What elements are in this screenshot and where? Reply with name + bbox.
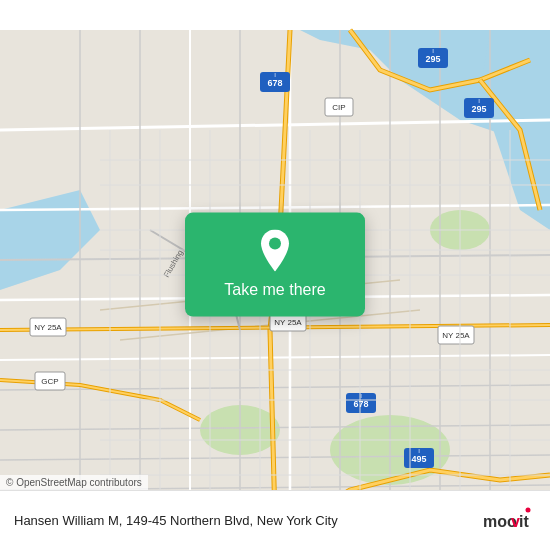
location-pin-icon <box>255 231 295 271</box>
svg-point-78 <box>526 508 531 513</box>
svg-text:NY 25A: NY 25A <box>442 331 470 340</box>
moovit-logo-svg: moo v it <box>481 503 536 538</box>
svg-text:CIP: CIP <box>332 103 345 112</box>
address-text: Hansen William M, 149-45 Northern Blvd, … <box>14 513 338 528</box>
svg-text:NY 25A: NY 25A <box>34 323 62 332</box>
svg-point-74 <box>269 238 281 250</box>
svg-text:678: 678 <box>267 78 282 88</box>
address-block: Hansen William M, 149-45 Northern Blvd, … <box>14 511 471 530</box>
svg-text:it: it <box>519 513 529 530</box>
take-me-there-label: Take me there <box>224 281 325 299</box>
svg-text:NY 25A: NY 25A <box>274 318 302 327</box>
copyright-notice: © OpenStreetMap contributors <box>0 475 148 490</box>
moovit-logo: moo v it <box>481 503 536 538</box>
svg-text:495: 495 <box>411 454 426 464</box>
map-container: 678 I 295 I 295 I 678 I 495 I NY 25A NY … <box>0 0 550 550</box>
svg-text:295: 295 <box>471 104 486 114</box>
cta-overlay[interactable]: Take me there <box>185 213 365 317</box>
copyright-text: © OpenStreetMap contributors <box>6 477 142 488</box>
svg-text:GCP: GCP <box>41 377 58 386</box>
svg-text:295: 295 <box>425 54 440 64</box>
info-bar: Hansen William M, 149-45 Northern Blvd, … <box>0 490 550 550</box>
